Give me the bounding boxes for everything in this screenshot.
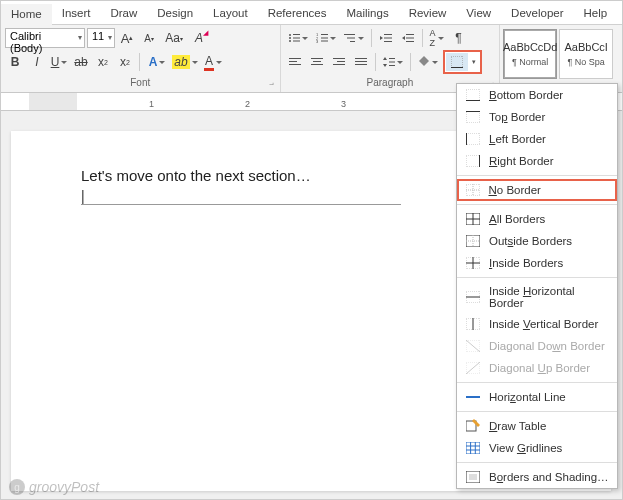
svg-rect-34	[389, 62, 395, 63]
svg-rect-42	[466, 133, 480, 145]
svg-rect-39	[466, 100, 480, 101]
font-size-select[interactable]: 11▾	[87, 28, 115, 48]
italic-button[interactable]: I	[27, 52, 47, 72]
ruler-mark-2: 2	[245, 99, 250, 109]
line-spacing-button[interactable]	[380, 52, 406, 72]
menu-top-border[interactable]: Top Border	[457, 106, 617, 128]
tab-design[interactable]: Design	[147, 3, 203, 24]
menu-diagonal-up: Diagonal Up Border	[457, 357, 617, 379]
shrink-font-button[interactable]: A▾	[139, 28, 159, 48]
tab-review[interactable]: Review	[399, 3, 457, 24]
svg-rect-17	[384, 41, 392, 42]
group-font: Calibri (Body)▾ 11▾ A▴ A▾ Aa ▾ A◢ B I U …	[1, 25, 281, 92]
group-paragraph: 123 AZ ¶ ▾	[281, 25, 501, 92]
superscript-button[interactable]: x2	[115, 52, 135, 72]
tab-draw[interactable]: Draw	[100, 3, 147, 24]
tab-references[interactable]: References	[258, 3, 337, 24]
tab-home[interactable]: Home	[1, 4, 52, 25]
svg-rect-41	[466, 111, 480, 112]
tab-view[interactable]: View	[456, 3, 501, 24]
all-borders-icon	[465, 212, 481, 226]
menu-view-gridlines[interactable]: View Gridlines	[457, 437, 617, 459]
style-no-spacing[interactable]: AaBbCcI ¶ No Spa	[559, 29, 613, 79]
svg-rect-33	[389, 58, 395, 59]
menu-outside-borders[interactable]: Outside Borders	[457, 230, 617, 252]
svg-rect-20	[406, 41, 414, 42]
clear-formatting-button[interactable]: A◢	[189, 28, 209, 48]
menu-no-border[interactable]: No Border	[457, 179, 617, 201]
svg-rect-16	[384, 38, 392, 39]
svg-rect-19	[406, 38, 414, 39]
menu-horizontal-line[interactable]: Horizontal Line	[457, 386, 617, 408]
svg-text:3: 3	[316, 39, 319, 43]
show-marks-button[interactable]: ¶	[449, 28, 469, 48]
grow-font-button[interactable]: A▴	[117, 28, 137, 48]
menu-borders-and-shading[interactable]: Borders and Shading…	[457, 466, 617, 488]
align-left-button[interactable]	[285, 52, 305, 72]
menu-diagonal-down: Diagonal Down Border	[457, 335, 617, 357]
svg-rect-24	[311, 58, 323, 59]
tab-layout[interactable]: Layout	[203, 3, 258, 24]
decrease-indent-button[interactable]	[376, 28, 396, 48]
align-right-button[interactable]	[329, 52, 349, 72]
bold-button[interactable]: B	[5, 52, 25, 72]
strikethrough-button[interactable]: ab	[71, 52, 91, 72]
font-name-select[interactable]: Calibri (Body)▾	[5, 28, 85, 48]
borders-shading-icon	[465, 470, 481, 484]
ruler-mark-3: 3	[341, 99, 346, 109]
sort-button[interactable]: AZ	[427, 28, 447, 48]
menu-all-borders[interactable]: All Borders	[457, 208, 617, 230]
menu-inside-horizontal-border[interactable]: Inside Horizontal Border	[457, 281, 617, 313]
subscript-button[interactable]: x2	[93, 52, 113, 72]
tab-insert[interactable]: Insert	[52, 3, 101, 24]
svg-point-4	[289, 40, 291, 42]
highlight-button[interactable]: ab	[172, 52, 198, 72]
multilevel-list-button[interactable]	[341, 28, 367, 48]
ribbon-tabs: Home Insert Draw Design Layout Reference…	[1, 1, 622, 25]
borders-button-highlight: ▾	[443, 50, 482, 74]
diagonal-up-icon	[465, 361, 481, 375]
font-color-button[interactable]: A	[200, 52, 226, 72]
tab-mailings[interactable]: Mailings	[336, 3, 398, 24]
svg-rect-38	[466, 89, 480, 101]
tab-developer[interactable]: Developer	[501, 3, 573, 24]
align-center-button[interactable]	[307, 52, 327, 72]
svg-rect-12	[344, 34, 355, 35]
svg-rect-32	[355, 64, 367, 65]
numbering-button[interactable]: 123	[313, 28, 339, 48]
menu-draw-table[interactable]: Draw Table	[457, 415, 617, 437]
borders-dropdown-toggle[interactable]: ▾	[469, 53, 479, 71]
watermark: ggroovyPost	[9, 479, 99, 495]
change-case-button[interactable]: Aa ▾	[161, 28, 187, 48]
shading-button[interactable]	[415, 52, 441, 72]
text-effects-button[interactable]: A	[144, 52, 170, 72]
style-normal[interactable]: AaBbCcDd ¶ Normal	[503, 29, 557, 79]
borders-button[interactable]	[446, 53, 468, 71]
bullets-button[interactable]	[285, 28, 311, 48]
watermark-text: groovyPost	[29, 479, 99, 495]
svg-line-63	[466, 340, 480, 352]
svg-rect-1	[293, 34, 300, 35]
svg-rect-40	[466, 111, 480, 123]
diagonal-down-icon	[465, 339, 481, 353]
menu-inside-vertical-border[interactable]: Inside Vertical Border	[457, 313, 617, 335]
left-border-icon	[465, 132, 481, 146]
font-size-value: 11	[92, 30, 104, 42]
menu-right-border[interactable]: Right Border	[457, 150, 617, 172]
increase-indent-button[interactable]	[398, 28, 418, 48]
underline-button[interactable]: U	[49, 52, 69, 72]
svg-rect-9	[321, 38, 328, 39]
svg-point-0	[289, 34, 291, 36]
svg-line-65	[466, 362, 480, 374]
svg-rect-74	[469, 474, 477, 480]
svg-rect-22	[289, 61, 297, 62]
menu-bottom-border[interactable]: BBottom Borderottom Border	[457, 84, 617, 106]
svg-rect-18	[406, 34, 414, 35]
svg-rect-30	[355, 58, 367, 59]
tab-help[interactable]: Help	[574, 3, 618, 24]
justify-button[interactable]	[351, 52, 371, 72]
menu-left-border[interactable]: Left Border	[457, 128, 617, 150]
svg-rect-37	[451, 67, 463, 68]
svg-rect-27	[333, 58, 345, 59]
menu-inside-borders[interactable]: Inside Borders	[457, 252, 617, 274]
